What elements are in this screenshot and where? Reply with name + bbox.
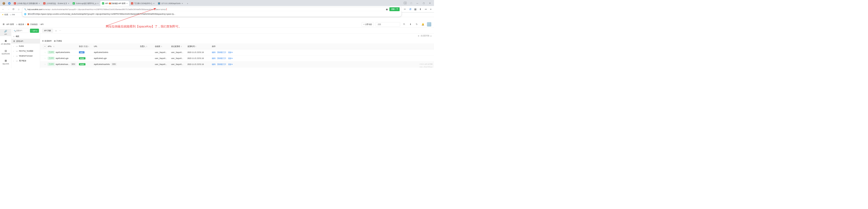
open-new-tab-link[interactable]: 新标签打开 (217, 57, 226, 59)
sort-icon[interactable]: ⇅ (53, 46, 55, 48)
maximize-button[interactable]: ▢ (421, 1, 427, 5)
url-highlight-spacekey: space-hphxjz (154, 8, 166, 10)
row-select-toggle[interactable]: ▾ (43, 45, 46, 48)
add-tab-button[interactable]: ＋ (55, 29, 57, 32)
copy-button[interactable]: 复制 (111, 63, 117, 66)
qr-icon[interactable]: ▦ (386, 8, 389, 10)
sidebar-folder[interactable]: ›▭Eolink (11, 44, 40, 49)
crumb-manage[interactable]: API 管理 (6, 23, 14, 26)
close-tab-icon[interactable]: × (126, 2, 127, 5)
close-tab-icon[interactable]: × (38, 2, 40, 5)
crumb-root[interactable]: 根目录 (19, 23, 24, 26)
browser-tab[interactable]: 🌐127.0.0.1:8080/api/GetIn× (156, 1, 184, 6)
minimize-button[interactable]: ― (414, 1, 421, 5)
batch-ops-button[interactable]: ☲批量操作 (42, 40, 52, 42)
browser-tab[interactable]: C(128条消息) 《Eolink 征文× (42, 1, 71, 6)
star-icon[interactable]: ☆ (42, 63, 48, 66)
browser-tab[interactable]: EEolink-api接口管理平台_a× (71, 1, 100, 6)
forward-button[interactable]: → (6, 7, 10, 11)
url-suggestion[interactable]: 🌐 复制此网址 https://space-hphxjz.w.eolink.co… (22, 11, 402, 17)
ext-icon[interactable]: ⬚ (408, 1, 414, 5)
add-api-button[interactable]: + API ▾ (30, 29, 39, 33)
close-tab-icon[interactable]: × (153, 2, 154, 5)
bookmark-favorites[interactable]: ★收藏 (2, 13, 8, 16)
notification-icon[interactable]: 🔔 (421, 22, 425, 26)
more-link[interactable]: 更多▾ (228, 63, 233, 66)
close-tab-icon[interactable]: × (97, 2, 98, 5)
edit-link[interactable]: 编辑 (212, 57, 215, 59)
tab-api-list[interactable]: API 列表 (42, 29, 53, 33)
share-button[interactable]: < 分享项目 (362, 22, 374, 26)
copy-button[interactable]: 复制 (70, 63, 76, 66)
sort-icon[interactable]: ⇅ (88, 46, 89, 47)
chevron-right-icon: › (13, 55, 14, 57)
tab-label: Eolink-api接口管理平台_a (76, 2, 96, 5)
sidebar-folder[interactable]: ›▭WeatherForecast (11, 54, 40, 58)
apps-icon[interactable]: ⊞ (3, 23, 5, 26)
browser-tab[interactable]: C(128条消息) 红目香薰的博× (12, 1, 41, 6)
bookmark-link[interactable]: ▭link (10, 14, 15, 16)
sort-icon[interactable]: ⇅ (181, 46, 182, 47)
edit-link[interactable]: 编辑 (212, 63, 215, 66)
download-icon[interactable]: ⬇ (408, 22, 412, 26)
edit-link[interactable]: 编辑 (212, 51, 215, 54)
pinned-tab-nav[interactable]: ➤ (7, 1, 12, 6)
sidebar-folder[interactable]: ›▭用户模块 (11, 58, 40, 63)
browser-tab[interactable]: EAPI-🎁示例项目-API 管理× (100, 1, 129, 6)
eye-icon[interactable]: 👁 (418, 35, 420, 37)
sidebar-all-api[interactable]: ☰所有 API (11, 39, 40, 44)
table-row[interactable]: ☆ 已发布/api/Eolink/Login POST /api/Eolink/… (40, 55, 434, 61)
tab-counter[interactable]: 6 (404, 2, 407, 4)
sort-icon[interactable]: ⇅ (161, 46, 162, 47)
sort-icon[interactable]: ⇅ (195, 46, 196, 47)
close-tab-icon[interactable]: × (182, 2, 183, 5)
scissors-icon[interactable]: ✂ (403, 7, 407, 11)
logout-icon[interactable]: ⇥ (424, 7, 428, 11)
columns-icon: ▥ (54, 40, 56, 42)
browser-tab[interactable]: C写文章-CSDN创作中心× (129, 1, 156, 6)
new-tab-button[interactable]: ＋ (185, 1, 190, 6)
open-new-tab-link[interactable]: 新标签打开 (217, 63, 226, 66)
rail-item[interactable]: ▣API 测试用例 (0, 38, 11, 46)
rail-item[interactable]: 🔗API (0, 29, 11, 36)
more-link[interactable]: 更多▾ (228, 57, 233, 59)
star-icon[interactable]: ☆ (42, 51, 48, 54)
history-icon[interactable]: ↻ (414, 22, 419, 26)
columns-button[interactable]: ▥列表项 (54, 40, 62, 42)
sidebar-overview[interactable]: ⌂概览 (11, 34, 40, 39)
download-icon[interactable]: ⬇ (418, 7, 422, 11)
search-api-input[interactable]: 🔍 搜索API (12, 29, 29, 33)
back-button[interactable]: ← (1, 7, 5, 11)
star-icon[interactable]: ☆ (42, 57, 48, 59)
search-button[interactable]: 搜索一下 (390, 7, 400, 11)
creator-cell: user_1lwpzr6... (155, 57, 171, 59)
table-row[interactable]: ☆ 已发布/api/Eolink/Inser...复制 POST /api/Eo… (40, 61, 434, 68)
close-tab-icon[interactable]: × (68, 2, 69, 5)
crumb-project[interactable]: 示例项目 (30, 23, 38, 26)
rail-label: 项目文档 (2, 63, 9, 65)
sort-icon[interactable]: ⇅ (146, 46, 147, 47)
export-icon[interactable]: ⇱ (402, 22, 406, 26)
pinned-tab-avatar[interactable] (1, 1, 6, 6)
reload-button[interactable]: ⟳ (12, 7, 16, 11)
address-bar[interactable]: 🔍 hxjz.w.eolink.com/home/api_studio/insi… (22, 7, 402, 11)
home-button[interactable]: ⌂ (17, 7, 21, 11)
env-label[interactable]: 未设置环境 (421, 35, 429, 37)
rail-item[interactable]: ▤状态码文档 (0, 48, 11, 56)
more-link[interactable]: 更多▾ (228, 51, 233, 54)
home-icon[interactable]: ⌂ (16, 23, 18, 25)
user-avatar[interactable] (427, 22, 431, 26)
open-new-tab-link[interactable]: 新标签打开 (217, 51, 226, 54)
rail-item[interactable]: ▦项目文档 (0, 58, 11, 66)
more-tabs-button[interactable]: ⋯ (59, 30, 61, 32)
grid-icon[interactable]: ▦ (413, 7, 417, 11)
close-window-button[interactable]: ✕ (427, 1, 433, 5)
menu-icon[interactable]: ≡ (429, 7, 433, 11)
search-icon: 🔍 (24, 8, 27, 10)
app-toolbar: ⊞ API 管理 ⌂ 根目录 / 🎁 示例项目 / API < 分享项目 搜索 … (0, 21, 434, 28)
table-row[interactable]: ☆ 已发布/api/Eolink/GetInfo GET /api/Eolink… (40, 49, 434, 55)
translate-icon[interactable]: 译 (408, 7, 412, 11)
sidebar-folder[interactable]: ›▭RESTful_Test模块 (11, 49, 40, 54)
global-search-input[interactable]: 搜索 (376, 22, 400, 26)
rail-icon: ▤ (5, 49, 7, 52)
